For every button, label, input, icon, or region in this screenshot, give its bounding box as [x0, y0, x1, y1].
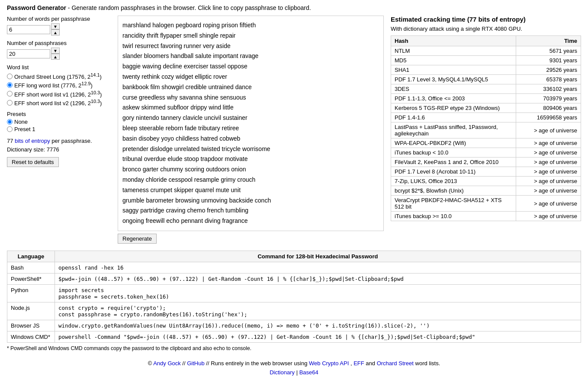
wordlist-label: Word list	[7, 64, 111, 71]
base64-link[interactable]: Base64	[299, 369, 318, 376]
num-passphrases-group: Number of passphrases ▼ ▲	[7, 40, 111, 60]
preset-radio-none[interactable]	[7, 119, 13, 125]
passphrase-line[interactable]: grumble barometer browsing unmoving back…	[122, 196, 379, 206]
wordlist-radio-3[interactable]	[7, 91, 13, 96]
wordlist-radio-2[interactable]	[7, 82, 13, 88]
wordlist-group: Word list Orchard Street Long (17576, 21…	[7, 64, 111, 106]
regenerate-button[interactable]: Regenerate	[118, 234, 157, 244]
cracking-row: PDF 1.7 Level 8 (Acrobat 10-11)> age of …	[391, 167, 581, 177]
wordlist-item-3[interactable]: EFF short word list v1 (1296, 210.3)	[7, 90, 111, 98]
command-code[interactable]: powershell -Command "$pwd=-join ((48..57…	[58, 334, 475, 340]
dictionary-link[interactable]: Dictionary	[270, 369, 295, 376]
cracking-hash: PDF 1.4-1.6	[391, 113, 516, 122]
github-link[interactable]: GitHub	[187, 360, 204, 367]
cracking-hash: PDF 1.7 Level 3, MySQL4.1/MySQL5	[391, 75, 516, 84]
passphrase-line[interactable]: marshland halogen pegboard roping prison…	[122, 20, 379, 31]
words-label: Number of words per passphrase	[7, 16, 111, 22]
command-code[interactable]: window.crypto.getRandomValues(new Uint8A…	[58, 322, 430, 329]
phrases-up-btn[interactable]: ▲	[51, 54, 60, 60]
cracking-hash: iTunes backup >= 10.0	[391, 212, 516, 221]
passphrase-line[interactable]: tribunal overdue elude stoop trapdoor mo…	[122, 154, 379, 164]
cracking-row: MD59301 years	[391, 56, 581, 65]
entropy-text: 77 bits of entropy per passphrase.	[7, 137, 111, 145]
command-code[interactable]: const crypto = require('crypto'); const …	[58, 305, 247, 318]
webcrypto-link[interactable]: Web Crypto API	[309, 360, 349, 367]
reset-defaults-button[interactable]: Reset to defaults	[7, 157, 59, 167]
command-row: Pythonimport secrets passphrase = secret…	[7, 284, 581, 302]
command-code[interactable]: import secrets passphrase = secrets.toke…	[58, 287, 169, 300]
passphrase-line[interactable]: baggie waving decline exerciser tassel o…	[122, 61, 379, 72]
passphrase-line[interactable]: twenty rethink cozy widget elliptic rove…	[122, 72, 379, 82]
cmd-col-lang: Language	[7, 251, 55, 262]
passphrase-line[interactable]: basin disobey yoyo childless hatred cobw…	[122, 134, 379, 144]
passphrase-line[interactable]: rancidity thrift flypaper smell shingle …	[122, 31, 379, 41]
words-down-btn[interactable]: ▼	[51, 23, 60, 29]
cracking-row: 3DES336102 years	[391, 84, 581, 94]
command-cell: powershell -Command "$pwd=-join ((48..57…	[55, 331, 581, 342]
preset-none[interactable]: None	[7, 119, 111, 125]
cracking-row: VeraCrypt PBKDF2-HMAC-SHA512 + XTS 512 b…	[391, 196, 581, 212]
cracking-hash: WPA-EAPOL-PBKDF2 (Wifi)	[391, 138, 516, 148]
words-spinner: ▼ ▲	[51, 23, 60, 35]
cracking-row: Kerberos 5 TGS-REP etype 23 (Windows)809…	[391, 103, 581, 113]
cracking-time: > age of universe	[516, 122, 581, 138]
passphrase-line[interactable]: tameness crumpet skipper quarrel mute un…	[122, 185, 379, 196]
cracking-row: LastPass + LastPass sniffed, 1Password, …	[391, 122, 581, 138]
words-input[interactable]	[7, 25, 50, 34]
command-cell: openssl rand -hex 16	[55, 262, 581, 273]
phrases-down-btn[interactable]: ▼	[51, 48, 60, 54]
command-row: Windows CMD*powershell -Command "$pwd=-j…	[7, 331, 581, 342]
preset-1[interactable]: Preset 1	[7, 126, 111, 132]
wordlist-radio-4[interactable]	[7, 100, 13, 106]
cracking-row: NTLM5671 years	[391, 46, 581, 56]
preset-radio-1[interactable]	[7, 126, 13, 132]
command-cell: import secrets passphrase = secrets.toke…	[55, 284, 581, 302]
cracking-row: SHA129526 years	[391, 65, 581, 75]
passphrase-line[interactable]: bronco garter chummy scoring outdoors on…	[122, 164, 379, 175]
eff-link[interactable]: EFF	[353, 360, 364, 367]
wordlist-item-4[interactable]: EFF short word list v2 (1296, 210.3)	[7, 99, 111, 106]
wordlist-label-4: EFF short word list v2 (1296, 210.3)	[14, 99, 102, 106]
passphrase-line[interactable]: monday chloride cesspool resample grimy …	[122, 175, 379, 185]
phrases-label: Number of passphrases	[7, 40, 111, 46]
footer: © Andy Gock // GitHub // Runs entirely i…	[7, 360, 581, 367]
andy-gock-link[interactable]: Andy Gock	[153, 360, 181, 367]
wordlist-item-2[interactable]: EFF long word list (7776, 212.9)	[7, 81, 111, 89]
passphrase-line[interactable]: twirl resurrect favoring runner very asi…	[122, 41, 379, 51]
preset-label-1: Preset 1	[14, 126, 35, 132]
wordlist-radio-1[interactable]	[7, 74, 13, 79]
command-row: Node.jsconst crypto = require('crypto');…	[7, 302, 581, 320]
dict-size: Dictionary size: 7776	[7, 146, 111, 153]
phrases-input[interactable]	[7, 49, 50, 58]
passphrase-line[interactable]: bankbook film showgirl credible untraine…	[122, 82, 379, 93]
cracking-title: Estimated cracking time (77 bits of entr…	[391, 16, 581, 23]
entropy-link[interactable]: bits of entropy	[15, 138, 50, 144]
cracking-hash: FileVault 2, KeePass 1 and 2, Office 201…	[391, 158, 516, 167]
passphrase-line[interactable]: askew skimmed subfloor drippy wind littl…	[122, 103, 379, 113]
command-code[interactable]: $pwd=-join ((48..57) + (65..90) + (97..1…	[58, 276, 404, 282]
cracking-time: 336102 years	[516, 84, 581, 94]
cracking-hash: bcrypt $2*$, Blowfish (Unix)	[391, 186, 516, 196]
wordlist-item-1[interactable]: Orchard Street Long (17576, 214.1)	[7, 72, 111, 80]
cracking-time: 703979 years	[516, 94, 581, 103]
cmd-col-cmd: Command for 128-bit Hexadecimal Password	[55, 251, 581, 262]
passphrase-line[interactable]: saggy partridge craving chemo french tum…	[122, 206, 379, 216]
cracking-time: > age of universe	[516, 167, 581, 177]
cracking-hash: PDF 1.1-1.3, Office <= 2003	[391, 94, 516, 103]
passphrase-line[interactable]: slander bloomers handball salute importa…	[122, 51, 379, 61]
passphrase-line[interactable]: bleep steerable reborn fade tributary re…	[122, 123, 379, 134]
passphrase-line[interactable]: gory nintendo tannery clavicle uncivil s…	[122, 113, 379, 123]
words-up-btn[interactable]: ▲	[51, 29, 60, 35]
cracking-time: > age of universe	[516, 158, 581, 167]
passphrase-box[interactable]: marshland halogen pegboard roping prison…	[118, 16, 384, 231]
passphrase-line[interactable]: ongoing freewill echo pennant diving fra…	[122, 216, 379, 226]
orchard-street-link[interactable]: Orchard Street	[377, 360, 414, 367]
cracking-row: WPA-EAPOL-PBKDF2 (Wifi)> age of universe	[391, 138, 581, 148]
passphrase-line[interactable]: pretender dislodge unrelated twisted tri…	[122, 144, 379, 154]
passphrase-line[interactable]: curse greedless why savanna shine sensuo…	[122, 93, 379, 103]
cracking-hash: VeraCrypt PBKDF2-HMAC-SHA512 + XTS 512 b…	[391, 196, 516, 212]
cracking-hash: MD5	[391, 56, 516, 65]
cracking-time: > age of universe	[516, 186, 581, 196]
copyright: ©	[148, 360, 153, 367]
command-code[interactable]: openssl rand -hex 16	[58, 264, 124, 271]
